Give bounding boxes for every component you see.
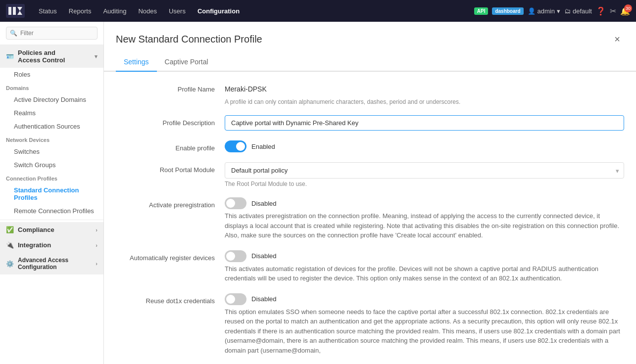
nav-links: Status Reports Auditing Nodes Users Conf…	[34, 4, 474, 18]
enable-profile-row: Enable profile Enabled	[116, 140, 624, 152]
layer-icon: 🗂	[564, 7, 571, 15]
sidebar-item-integration[interactable]: 🔌 Integration ›	[0, 237, 103, 253]
preregistration-row: Activate preregistration Disabled This a…	[116, 197, 624, 240]
policies-chevron: ▾	[95, 53, 98, 60]
main-layout: 🔍 🪪 Policies andAccess Control ▾ Roles D…	[0, 22, 636, 364]
sidebar-search-area: 🔍	[0, 22, 103, 45]
profile-description-input[interactable]	[225, 115, 624, 131]
sidebar-item-remote-profiles[interactable]: Remote Connection Profiles	[0, 204, 103, 218]
sidebar-item-policies[interactable]: 🪪 Policies andAccess Control ▾	[0, 45, 103, 68]
profile-description-label: Profile Description	[116, 115, 225, 127]
auto-register-row: Automatically register devices Disabled …	[116, 250, 624, 283]
profile-name-control: Meraki-DPSK A profile id can only contai…	[225, 82, 624, 105]
nav-reports[interactable]: Reports	[64, 4, 97, 18]
nav-configuration[interactable]: Configuration	[193, 4, 245, 18]
notification-icon[interactable]: 🔔 30	[620, 6, 630, 16]
integration-icon: 🔌	[6, 241, 14, 249]
auto-register-toggle[interactable]	[225, 250, 246, 262]
user-chevron: ▾	[557, 7, 560, 15]
preregistration-toggle[interactable]	[225, 197, 246, 209]
preregistration-state: Disabled	[251, 200, 277, 207]
sidebar-item-advanced-access[interactable]: ⚙️ Advanced Access Configuration ›	[0, 253, 103, 274]
tab-settings[interactable]: Settings	[116, 53, 157, 72]
nav-auditing[interactable]: Auditing	[98, 4, 131, 18]
preregistration-description: This activates preregistration on the co…	[225, 211, 624, 240]
profile-description-row: Profile Description	[116, 115, 624, 131]
user-icon: 👤	[528, 7, 536, 15]
sidebar-item-standard-profiles[interactable]: Standard Connection Profiles	[0, 183, 103, 204]
nav-users[interactable]: Users	[164, 4, 191, 18]
nav-status[interactable]: Status	[34, 4, 62, 18]
close-button[interactable]: ×	[610, 32, 624, 47]
sidebar-item-switches[interactable]: Switches	[0, 145, 103, 158]
tools-icon[interactable]: ✂	[610, 6, 616, 16]
advanced-icon: ⚙️	[6, 260, 14, 268]
logo	[6, 3, 26, 19]
reuse-dot1x-row: Reuse dot1x credentials Disabled This op…	[116, 293, 624, 356]
compliance-chevron: ›	[96, 227, 98, 233]
compliance-icon: ✅	[6, 226, 14, 233]
search-icon: 🔍	[10, 30, 17, 37]
profile-name-hint: A profile id can only contain alphanumer…	[225, 98, 624, 105]
api-badge[interactable]: API	[474, 7, 489, 15]
advanced-label: Advanced Access Configuration	[18, 257, 96, 271]
sidebar-divider-1	[0, 220, 103, 220]
dashboard-badge[interactable]: dashboard	[492, 7, 523, 15]
sidebar-item-auth-sources[interactable]: Authentication Sources	[0, 120, 103, 133]
reuse-dot1x-description: This option emulates SSO when someone ne…	[225, 307, 624, 356]
tab-bar: Settings Captive Portal	[104, 53, 636, 72]
auto-register-description: This activates automatic registation of …	[225, 264, 624, 283]
root-portal-label: Root Portal Module	[116, 162, 225, 174]
root-portal-row: Root Portal Module Default portal policy…	[116, 162, 624, 187]
sidebar: 🔍 🪪 Policies andAccess Control ▾ Roles D…	[0, 22, 104, 364]
toggle-slider-on	[225, 140, 246, 152]
integration-label: Integration	[18, 241, 51, 249]
preregistration-label: Activate preregistration	[116, 197, 225, 209]
enable-profile-toggle[interactable]	[225, 140, 246, 152]
advanced-chevron: ›	[96, 261, 98, 267]
sidebar-item-compliance[interactable]: ✅ Compliance ›	[0, 222, 103, 237]
layer-user[interactable]: 🗂 default	[564, 7, 592, 15]
preregistration-control: Disabled This activates preregistration …	[225, 197, 624, 240]
nav-right: API dashboard 👤 admin ▾ 🗂 default ❓ ✂ 🔔 …	[474, 6, 630, 16]
notification-count: 30	[624, 4, 632, 12]
toggle-slider-off	[225, 197, 246, 209]
settings-form: Profile Name Meraki-DPSK A profile id ca…	[104, 72, 636, 364]
nav-nodes[interactable]: Nodes	[133, 4, 162, 18]
sidebar-section-network-devices: Network Devices	[0, 133, 103, 145]
reuse-dot1x-state: Disabled	[251, 295, 277, 303]
filter-input[interactable]	[6, 27, 98, 40]
root-portal-select[interactable]: Default portal policy	[225, 162, 624, 179]
reuse-dot1x-toggle[interactable]	[225, 293, 246, 305]
sidebar-item-ad-domains[interactable]: Active Directory Domains	[0, 93, 103, 106]
compliance-label: Compliance	[18, 226, 54, 233]
sidebar-section-domains: Domains	[0, 81, 103, 93]
root-portal-control: Default portal policy ▾ The Root Portal …	[225, 162, 624, 187]
sidebar-item-switch-groups[interactable]: Switch Groups	[0, 158, 103, 172]
profile-description-control	[225, 115, 624, 131]
sidebar-section-connection-profiles: Connection Profiles	[0, 172, 103, 183]
integration-chevron: ›	[96, 242, 98, 248]
auto-register-control: Disabled This activates automatic regist…	[225, 250, 624, 283]
profile-name-label: Profile Name	[116, 82, 225, 93]
policies-label: Policies andAccess Control	[18, 49, 65, 64]
auto-register-state: Disabled	[251, 252, 277, 260]
root-portal-hint: The Root Portal Module to use.	[225, 181, 624, 187]
enable-profile-control: Enabled	[225, 140, 624, 152]
enable-profile-label: Enable profile	[116, 140, 225, 152]
auto-register-label: Automatically register devices	[116, 250, 225, 262]
enable-profile-state: Enabled	[251, 143, 275, 150]
policies-icon: 🪪	[6, 53, 14, 60]
top-nav: Status Reports Auditing Nodes Users Conf…	[0, 0, 636, 22]
sidebar-item-roles[interactable]: Roles	[0, 68, 103, 81]
main-content: New Standard Connection Profile × Settin…	[104, 22, 636, 364]
reuse-dot1x-label: Reuse dot1x credentials	[116, 293, 225, 305]
help-icon[interactable]: ❓	[596, 6, 606, 16]
admin-user[interactable]: 👤 admin ▾	[528, 7, 560, 15]
modal-title: New Standard Connection Profile	[116, 34, 262, 45]
tab-captive-portal[interactable]: Captive Portal	[157, 53, 216, 72]
reuse-dot1x-control: Disabled This option emulates SSO when s…	[225, 293, 624, 356]
modal-header: New Standard Connection Profile ×	[104, 22, 636, 47]
sidebar-item-realms[interactable]: Realms	[0, 106, 103, 120]
profile-name-row: Profile Name Meraki-DPSK A profile id ca…	[116, 82, 624, 105]
